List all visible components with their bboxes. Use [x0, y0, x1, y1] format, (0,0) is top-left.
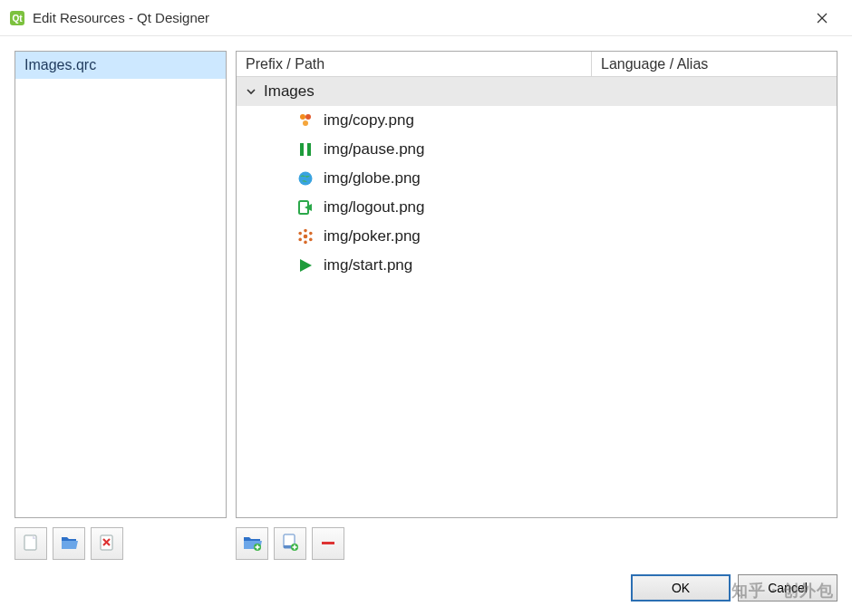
resource-item-path: img/logout.png: [318, 198, 425, 217]
minus-icon: [318, 533, 338, 555]
svg-point-9: [299, 172, 313, 186]
qt-app-icon: Qt: [9, 10, 25, 26]
remove-item-button[interactable]: [312, 527, 344, 560]
add-prefix-button[interactable]: [236, 527, 268, 560]
svg-rect-32: [322, 542, 334, 544]
resource-item[interactable]: img/globe.png: [237, 164, 837, 193]
resource-item-path: img/copy.png: [318, 111, 414, 130]
add-file-icon: [280, 533, 300, 555]
header-prefix-path[interactable]: Prefix / Path: [237, 52, 592, 76]
svg-point-12: [304, 229, 307, 233]
cancel-button[interactable]: Cancel: [738, 574, 837, 602]
globe-icon: [293, 170, 318, 187]
svg-point-15: [309, 232, 313, 236]
chevron-down-icon[interactable]: [242, 86, 260, 97]
resource-item[interactable]: img/pause.png: [237, 135, 837, 164]
logout-icon: [293, 199, 318, 216]
svg-rect-8: [307, 143, 311, 156]
resource-tree-panel: Prefix / Path Language / Alias Images im…: [236, 51, 837, 518]
dialog-body: Images.qrc Prefix / Path Language / Alia…: [0, 36, 852, 616]
close-button[interactable]: [801, 4, 843, 33]
svg-text:Qt: Qt: [12, 14, 23, 24]
svg-point-13: [304, 241, 307, 245]
poker-icon: [293, 228, 318, 245]
start-icon: [293, 257, 318, 274]
copy-icon: [293, 112, 318, 129]
column-headers: Prefix / Path Language / Alias: [237, 52, 837, 77]
resource-item[interactable]: img/logout.png: [237, 193, 837, 222]
svg-point-5: [305, 114, 311, 120]
titlebar: Qt Edit Resources - Qt Designer: [0, 0, 852, 36]
qrc-file-label: Images.qrc: [24, 57, 96, 72]
resource-toolbar: [236, 527, 344, 560]
dialog-buttons: OK Cancel: [15, 574, 837, 602]
resource-item-path: img/pause.png: [318, 140, 425, 159]
new-qrc-button[interactable]: [15, 527, 47, 560]
svg-point-16: [298, 238, 302, 242]
resource-item[interactable]: img/start.png: [237, 251, 837, 280]
remove-file-icon: [97, 533, 117, 555]
resource-item[interactable]: img/copy.png: [237, 106, 837, 135]
resource-item[interactable]: img/poker.png: [237, 222, 837, 251]
ok-button[interactable]: OK: [631, 574, 731, 602]
window-title: Edit Resources - Qt Designer: [33, 10, 209, 25]
resource-item-path: img/poker.png: [318, 227, 421, 245]
svg-point-17: [309, 238, 313, 242]
svg-point-4: [300, 114, 305, 120]
resource-tree[interactable]: Images img/copy.pngimg/pause.pngimg/glob…: [237, 77, 837, 517]
svg-point-14: [298, 232, 302, 236]
remove-qrc-button[interactable]: [91, 527, 123, 560]
main-row: Images.qrc Prefix / Path Language / Alia…: [15, 51, 837, 518]
open-file-icon: [59, 533, 79, 555]
header-language-alias[interactable]: Language / Alias: [592, 52, 837, 76]
pause-icon: [293, 141, 318, 158]
qrc-file-item[interactable]: Images.qrc: [15, 52, 226, 79]
add-folder-icon: [242, 533, 262, 555]
prefix-row[interactable]: Images: [237, 77, 837, 106]
close-icon: [817, 13, 828, 24]
svg-point-6: [303, 120, 308, 126]
svg-marker-18: [300, 259, 312, 272]
add-file-button[interactable]: [274, 527, 306, 560]
prefix-label: Images: [260, 82, 315, 101]
qrc-list-panel: Images.qrc: [15, 51, 227, 518]
open-qrc-button[interactable]: [53, 527, 85, 560]
svg-point-11: [304, 235, 308, 239]
resource-item-path: img/globe.png: [318, 169, 421, 188]
resource-item-path: img/start.png: [318, 256, 412, 274]
qrc-toolbar: [15, 527, 227, 560]
toolbar-row: [15, 527, 837, 562]
svg-rect-7: [300, 143, 304, 156]
new-file-icon: [21, 533, 41, 555]
